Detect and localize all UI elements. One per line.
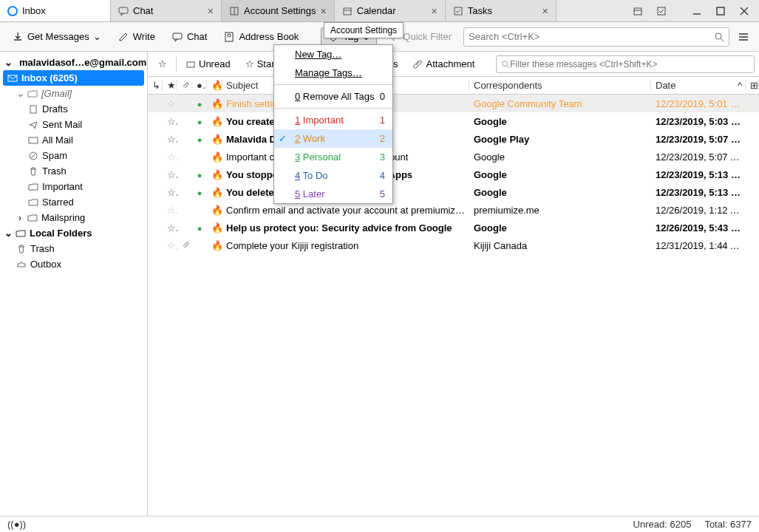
star-icon[interactable]: ☆ [167,151,177,163]
filter-attachment[interactable]: Attachment [407,55,481,72]
spam-label: Spam [42,150,67,161]
star-icon[interactable]: ☆ [167,187,177,198]
remove-key: 0 [295,91,300,102]
message-row[interactable]: ☆●🔥You stopped sharing with Malavida App… [148,166,759,183]
sidebar-trash[interactable]: Trash [0,163,147,179]
message-row[interactable]: ☆🔥Complete your Kijiji registrationKijij… [148,236,759,254]
sidebar-spam[interactable]: Spam [0,148,147,163]
global-search[interactable] [463,27,729,47]
sidebar-outbox[interactable]: Outbox [0,256,147,272]
close-icon[interactable]: × [321,5,327,17]
message-subject: Complete your Kijiji registration [222,240,469,251]
tag-menu-item[interactable]: 1 Important1 [274,111,392,129]
close-button[interactable] [734,3,755,19]
tag-item-count: 3 [380,151,385,163]
tab-inbox[interactable]: Inbox [0,0,111,21]
tag-menu-item[interactable]: 4 To Do4 [274,166,392,185]
sidebar-drafts[interactable]: Drafts [0,101,147,117]
tab-calendar[interactable]: Calendar × [335,0,446,21]
col-thread[interactable]: ↳ [148,80,163,91]
tab-chat[interactable]: Chat × [111,0,222,21]
star-icon[interactable]: ☆ [167,222,177,233]
sidebar-mailspring[interactable]: ›Mailspring [0,210,147,225]
filter-unread[interactable]: Unread [180,55,236,72]
message-date: 12/23/2019, 5:13 … [651,169,746,180]
message-row[interactable]: ☆●🔥You deleted your family groupGoogle12… [148,183,759,201]
flame-icon: 🔥 [211,187,222,198]
message-row[interactable]: ☆●🔥Help us protect you: Security advice … [148,219,759,236]
search-input[interactable] [469,31,714,42]
address-book-button[interactable]: Address Book [217,28,304,46]
svg-line-32 [507,65,509,67]
filter-input[interactable] [510,59,749,69]
tag-menu-manage[interactable]: Manage Tags… [274,64,392,82]
close-icon[interactable]: × [542,5,548,17]
star-icon[interactable]: ☆ [167,98,177,109]
col-attachment[interactable] [177,82,192,89]
message-row[interactable]: ☆●🔥Finish setting up your Google Account… [148,95,759,112]
col-unread[interactable]: ●● [192,80,207,91]
tab-label: Account Settings [244,5,316,16]
account-label: malavidasof…e@gmail.com [19,57,146,68]
sidebar-important[interactable]: Important [0,179,147,194]
unread-dot-icon: ● [197,171,202,180]
tag-menu-item[interactable]: 5 Later5 [274,185,392,203]
message-date: 12/26/2019, 1:12 AM [651,205,746,216]
minimize-button[interactable] [687,3,707,19]
tag-menu-item[interactable]: 3 Personal3 [274,148,392,166]
col-junk[interactable]: 🔥 [207,80,222,91]
close-icon[interactable]: × [208,5,214,17]
star-icon[interactable]: ☆ [167,134,177,145]
tag-menu-new[interactable]: New Tag… [274,45,392,64]
star-icon[interactable]: ☆ [167,169,177,180]
get-messages-button[interactable]: Get Messages ⌄ [6,28,107,46]
tag-menu-remove-all[interactable]: 0 Remove All Tags0 [274,87,392,106]
calendar-button[interactable] [627,3,648,19]
col-correspondents[interactable]: Correspondents [469,80,651,91]
tab-tasks[interactable]: Tasks × [446,0,557,21]
account-row[interactable]: ⌄malavidasof…e@gmail.com [0,55,147,70]
sidebar-sent[interactable]: Sent Mail [0,117,147,132]
svg-rect-7 [634,8,641,15]
allmail-label: All Mail [42,134,73,146]
message-correspondent: premiumize.me [469,205,651,216]
sidebar-inbox[interactable]: Inbox (6205) [3,70,144,86]
message-date: 12/23/2019, 5:07 … [651,134,746,145]
message-list: ☆●🔥Finish setting up your Google Account… [148,95,759,516]
sidebar-allmail[interactable]: All Mail [0,132,147,148]
col-star[interactable]: ★ [163,80,177,91]
filter-search[interactable] [496,55,755,73]
local-folders-row[interactable]: ⌄Local Folders [0,225,147,241]
chat-button[interactable]: Chat [166,28,213,46]
message-row[interactable]: ☆🔥Confirm email and activate your accoun… [148,201,759,219]
message-correspondent: Google [469,169,651,180]
settings-icon [229,6,239,16]
tab-account-settings[interactable]: Account Settings × [222,0,335,21]
tag-item-label: 3 Personal [295,151,341,163]
sidebar-gmail[interactable]: ⌄[Gmail] [0,86,147,101]
tasks-button[interactable] [651,3,672,19]
sidebar-starred[interactable]: Starred [0,194,147,210]
col-date[interactable]: Date^ [651,80,746,91]
write-button[interactable]: Write [112,28,161,46]
maximize-button[interactable] [710,3,731,19]
star-icon[interactable]: ☆ [167,205,177,216]
filter-pin[interactable]: ☆ [152,55,173,72]
message-row[interactable]: ☆🔥Important changes to your Google Accou… [148,148,759,166]
message-date: 12/23/2019, 5:13 … [651,187,746,198]
remove-count: 0 [380,91,385,102]
folder-icon [27,89,38,99]
total-count: Total: 6377 [704,519,752,530]
message-correspondent: Google [469,222,651,233]
message-row[interactable]: ☆●🔥You created a new Google AccountGoogl… [148,112,759,130]
col-picker[interactable]: ⊞ [746,80,759,91]
unread-dot-icon: ● [197,188,202,197]
tag-menu-item[interactable]: ✓2 Work2 [274,129,392,148]
star-icon[interactable]: ☆ [167,240,177,251]
sidebar-local-trash[interactable]: Trash [0,241,147,256]
close-icon[interactable]: × [432,5,438,17]
svg-rect-25 [30,106,36,113]
message-row[interactable]: ☆●🔥Malavida Dev, explore Google PlayGoog… [148,130,759,148]
star-icon[interactable]: ☆ [167,116,177,127]
app-menu-button[interactable] [734,31,753,43]
